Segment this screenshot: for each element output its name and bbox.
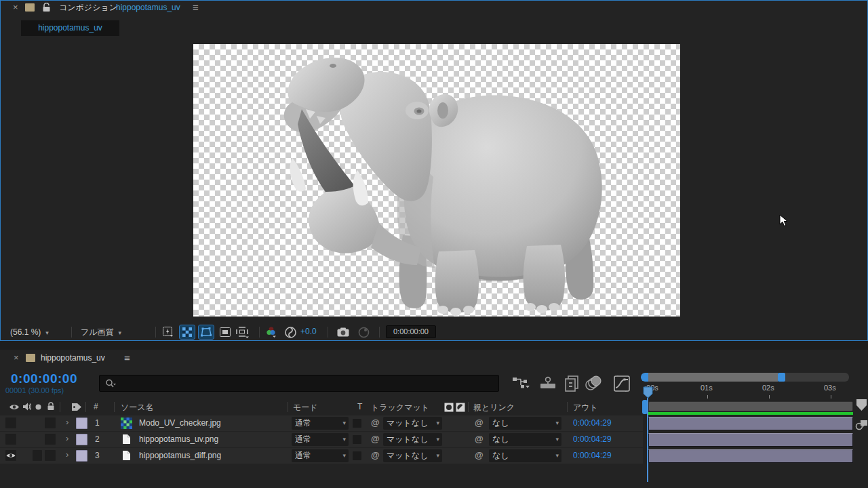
t-column-header[interactable]: T (357, 402, 362, 411)
search-input[interactable] (116, 378, 469, 389)
track-matte-dropdown[interactable]: マットなし▾ (383, 433, 442, 446)
layer-row[interactable]: › 2 hippopotamus_uv.png 通常▾ @ マットなし▾ @ な… (0, 432, 643, 447)
track-matte-dropdown[interactable]: マットなし▾ (383, 417, 442, 430)
layer-source-name[interactable]: Modo_UV_checker.jpg (139, 418, 221, 428)
panel-menu-icon[interactable]: ≡ (193, 1, 199, 14)
layer-row[interactable]: › 1 Modo_UV_checker.jpg 通常▾ @ マットなし▾ @ な… (0, 415, 643, 431)
mode-column-header[interactable]: モード (293, 402, 318, 413)
layer-number: 3 (95, 451, 100, 460)
navigator-track[interactable] (648, 373, 778, 382)
preserve-transparency-switch[interactable] (353, 419, 361, 428)
viewer-tab[interactable]: hippopotamus_uv (21, 20, 119, 36)
track-matte-pickwhip-icon[interactable]: @ (371, 450, 380, 460)
motion-blur-button[interactable] (585, 375, 602, 392)
lock-switch[interactable] (45, 450, 56, 461)
layer-label-swatch[interactable] (76, 434, 87, 445)
graph-editor-button[interactable] (614, 375, 630, 392)
close-icon[interactable]: × (14, 351, 19, 365)
draft-3d-button[interactable] (539, 375, 557, 390)
video-switch[interactable] (5, 450, 16, 461)
navigator-end-handle[interactable] (778, 373, 785, 382)
lock-switch[interactable] (45, 434, 56, 445)
ruler-tick-label: 03s (824, 384, 836, 392)
exposure-value[interactable]: +0.0 (300, 327, 317, 336)
frame-blending-button[interactable] (564, 375, 579, 392)
exposure-shutter-icon[interactable] (283, 325, 298, 339)
show-snapshot-button[interactable] (356, 325, 371, 339)
parent-pickwhip-icon[interactable]: @ (475, 434, 484, 444)
file-icon (122, 434, 131, 445)
blend-mode-dropdown[interactable]: 通常▾ (292, 417, 349, 430)
magnification-dropdown[interactable]: (56.1 %)▾ (6, 325, 53, 339)
track-matte-pickwhip-icon[interactable]: @ (371, 434, 380, 444)
layer-number: 2 (95, 434, 100, 444)
chevron-down-icon: ▾ (555, 433, 559, 446)
parent-pickwhip-icon[interactable]: @ (475, 418, 484, 428)
work-area-bar[interactable] (648, 401, 853, 411)
layer-source-name[interactable]: hippopotamus_uv.png (139, 434, 218, 444)
panel-icon (25, 3, 35, 12)
comp-marker-bin-icon[interactable] (856, 399, 867, 411)
blend-mode-dropdown[interactable]: 通常▾ (292, 449, 349, 462)
timeline-search[interactable] (99, 375, 499, 392)
layer-out-time[interactable]: 0:00:04:29 (573, 434, 612, 444)
composition-viewport[interactable] (193, 44, 680, 317)
expander-icon[interactable]: › (66, 433, 68, 443)
frame-info: 00001 (30.00 fps) (5, 386, 64, 394)
preserve-transparency-switch[interactable] (353, 435, 361, 444)
layer-marker-icon[interactable] (855, 418, 868, 431)
region-of-interest-button[interactable] (218, 325, 233, 339)
composition-panel: × コンポジション hippopotamus_uv ≡ hippopotamus… (0, 0, 868, 341)
preview-time-field[interactable]: 0:00:00:00 (386, 325, 436, 338)
track-matte-pickwhip-icon[interactable]: @ (371, 418, 380, 428)
time-navigator[interactable] (641, 373, 849, 382)
current-timecode[interactable]: 0:00:00:00 (11, 371, 77, 386)
layer-out-time[interactable]: 0:00:04:29 (573, 451, 612, 460)
blend-mode-dropdown[interactable]: 通常▾ (292, 433, 349, 446)
layer-row[interactable]: › 3 hippopotamus_diff.png 通常▾ @ マットなし▾ @… (0, 448, 643, 464)
parent-dropdown[interactable]: なし▾ (489, 433, 561, 446)
snapshot-button[interactable] (336, 325, 351, 339)
mouse-cursor (779, 214, 788, 227)
show-channel-button[interactable] (264, 325, 279, 339)
panel-comp-name: hippopotamus_uv (116, 1, 180, 14)
track-matte-column-header[interactable]: トラックマット (371, 402, 429, 413)
preserve-transparency-switch[interactable] (353, 451, 361, 460)
panel-icon (26, 354, 35, 362)
transparency-grid-button[interactable] (180, 325, 195, 339)
parent-link-column-header[interactable]: 親とリンク (473, 402, 515, 413)
source-name-column-header[interactable]: ソース名 (121, 402, 154, 413)
fast-preview-button[interactable] (161, 325, 176, 339)
layer-out-time[interactable]: 0:00:04:29 (573, 418, 612, 428)
track-matte-dropdown[interactable]: マットなし▾ (383, 449, 442, 462)
layer-duration-bar[interactable] (648, 449, 853, 463)
resolution-dropdown[interactable]: フル画質▾ (77, 325, 125, 339)
expander-icon[interactable]: › (66, 417, 68, 427)
comp-mini-flowchart-button[interactable] (512, 375, 531, 390)
chevron-down-icon: ▾ (119, 329, 122, 336)
lock-switch[interactable] (45, 418, 56, 428)
video-switch[interactable] (5, 434, 16, 445)
mask-visibility-button[interactable] (199, 325, 214, 339)
layer-duration-bar[interactable] (648, 433, 853, 447)
playhead[interactable] (643, 386, 653, 399)
layer-label-swatch[interactable] (76, 418, 87, 429)
video-switch[interactable] (5, 418, 16, 428)
timeline-tab-label[interactable]: hippopotamus_uv (41, 351, 105, 365)
navigator-start-handle[interactable] (641, 373, 648, 382)
number-column-header[interactable]: # (94, 402, 98, 411)
parent-pickwhip-icon[interactable]: @ (475, 450, 484, 460)
layer-source-name[interactable]: hippopotamus_diff.png (139, 451, 221, 460)
parent-dropdown[interactable]: なし▾ (489, 449, 561, 462)
close-icon[interactable]: × (13, 1, 18, 14)
panel-menu-icon[interactable]: ≡ (124, 351, 130, 365)
out-column-header[interactable]: アウト (573, 402, 598, 413)
parent-dropdown[interactable]: なし▾ (489, 417, 561, 430)
layer-duration-bar[interactable] (648, 417, 853, 430)
layer-label-swatch[interactable] (76, 450, 87, 462)
lock-icon[interactable] (42, 3, 51, 12)
grid-guides-button[interactable] (235, 325, 250, 339)
ruler-tick-label: 01s (701, 384, 713, 392)
solo-switch[interactable] (33, 450, 42, 461)
expander-icon[interactable]: › (66, 449, 68, 460)
